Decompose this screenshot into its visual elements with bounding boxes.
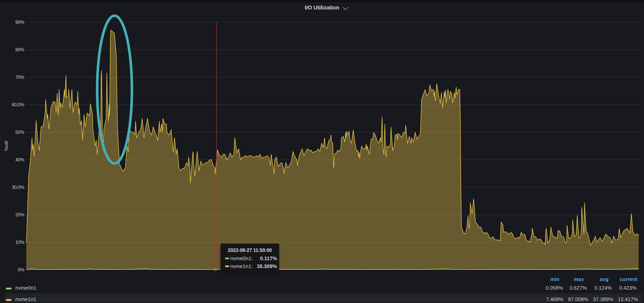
svg-text:40%: 40%: [15, 157, 24, 162]
svg-text:70%: 70%: [15, 74, 24, 80]
svg-text:%util: %util: [4, 141, 9, 151]
svg-text:80%: 80%: [15, 47, 24, 52]
svg-text:60.0%: 60.0%: [12, 102, 24, 107]
svg-text:50%: 50%: [15, 130, 24, 135]
svg-text:10%: 10%: [15, 240, 24, 245]
svg-text:90%: 90%: [15, 20, 24, 25]
svg-text:30.0%: 30.0%: [12, 184, 24, 190]
svg-text:20%: 20%: [15, 212, 24, 217]
svg-text:0%: 0%: [18, 267, 24, 272]
